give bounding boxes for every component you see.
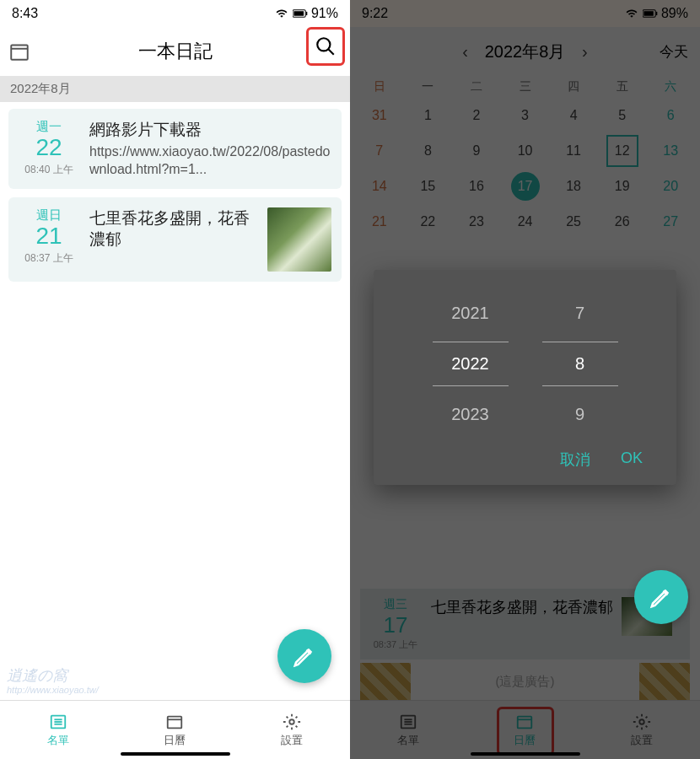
nav-label: 日曆 bbox=[164, 733, 186, 748]
nav-settings[interactable]: 設置 bbox=[234, 701, 350, 759]
watermark-url: http://www.xiaoyao.tw/ bbox=[7, 685, 99, 695]
entry-url: https://www.xiaoyao.tw/2022/08/pastedown… bbox=[89, 143, 331, 179]
list-icon bbox=[47, 713, 69, 731]
calendar-icon bbox=[164, 713, 186, 731]
gear-icon bbox=[281, 713, 303, 731]
month-column[interactable]: 7 8 9 bbox=[542, 304, 618, 424]
entry-day: 21 bbox=[19, 223, 79, 250]
date-picker-dialog: 2021 2022 2023 7 8 9 取消 OK bbox=[374, 270, 676, 485]
nav-label: 名單 bbox=[47, 733, 69, 748]
section-header: 2022年8月 bbox=[0, 76, 350, 102]
phone-right: 9:22 89% ‹ 2022年8月 › 今天 日 一 二 三 四 五 六 bbox=[350, 0, 700, 759]
entry-date: 週日 21 08:37 上午 bbox=[19, 207, 79, 272]
status-icons: 91% bbox=[274, 6, 338, 21]
entry-body: 七里香花多盛開，花香濃郁 bbox=[89, 207, 257, 272]
calendar-icon[interactable] bbox=[8, 40, 30, 62]
bottom-nav: 名單 日曆 設置 bbox=[0, 700, 350, 759]
app-title: 一本日記 bbox=[138, 39, 213, 64]
entry-time: 08:37 上午 bbox=[19, 251, 79, 266]
pencil-icon bbox=[292, 643, 317, 669]
svg-point-8 bbox=[317, 38, 330, 51]
year-selected[interactable]: 2022 bbox=[433, 342, 509, 386]
nav-calendar[interactable]: 日曆 bbox=[116, 701, 233, 759]
appbar: 一本日記 bbox=[0, 27, 350, 76]
home-indicator bbox=[471, 752, 580, 756]
svg-rect-2 bbox=[306, 12, 307, 15]
entry-time: 08:40 上午 bbox=[19, 163, 79, 177]
ok-button[interactable]: OK bbox=[621, 449, 643, 470]
year-option[interactable]: 2021 bbox=[451, 304, 489, 323]
entry[interactable]: 週一 22 08:40 上午 網路影片下載器 https://www.xiaoy… bbox=[8, 109, 342, 189]
year-column[interactable]: 2021 2022 2023 bbox=[433, 304, 509, 424]
wifi-icon bbox=[274, 8, 289, 19]
cancel-button[interactable]: 取消 bbox=[560, 449, 590, 470]
month-option[interactable]: 7 bbox=[575, 304, 584, 323]
svg-rect-3 bbox=[11, 45, 28, 59]
entry-dow: 週日 bbox=[19, 207, 79, 223]
month-option[interactable]: 9 bbox=[575, 405, 584, 424]
statusbar: 8:43 91% bbox=[0, 0, 350, 27]
dialog-actions: 取消 OK bbox=[390, 449, 660, 470]
entry-day: 22 bbox=[19, 135, 79, 161]
battery-pct: 91% bbox=[311, 6, 338, 21]
entry-title: 七里香花多盛開，花香濃郁 bbox=[89, 207, 257, 250]
status-time: 8:43 bbox=[12, 6, 38, 21]
compose-fab[interactable] bbox=[277, 629, 331, 683]
pencil-icon bbox=[649, 584, 674, 610]
compose-fab[interactable] bbox=[634, 570, 688, 624]
entry-dow: 週一 bbox=[19, 119, 79, 135]
entry-title: 網路影片下載器 bbox=[89, 119, 331, 141]
phone-left: 8:43 91% 一本日記 2022年8月 週一 22 08:40 上午 網路影… bbox=[0, 0, 350, 759]
svg-point-16 bbox=[289, 719, 294, 724]
year-option[interactable]: 2023 bbox=[451, 405, 489, 424]
picker: 2021 2022 2023 7 8 9 bbox=[390, 304, 660, 424]
entry-date: 週一 22 08:40 上午 bbox=[19, 119, 79, 179]
svg-rect-14 bbox=[168, 716, 182, 728]
battery-icon bbox=[293, 8, 308, 19]
month-selected[interactable]: 8 bbox=[542, 342, 618, 386]
search-highlight bbox=[306, 27, 345, 66]
watermark-text: 逍遙の窩 bbox=[7, 668, 99, 685]
nav-label: 設置 bbox=[281, 733, 303, 748]
entry[interactable]: 週日 21 08:37 上午 七里香花多盛開，花香濃郁 bbox=[8, 197, 342, 282]
svg-line-9 bbox=[328, 49, 334, 55]
entry-body: 網路影片下載器 https://www.xiaoyao.tw/2022/08/p… bbox=[89, 119, 331, 179]
nav-list[interactable]: 名單 bbox=[0, 701, 116, 759]
search-icon[interactable] bbox=[315, 35, 337, 57]
entry-list: 週一 22 08:40 上午 網路影片下載器 https://www.xiaoy… bbox=[0, 102, 350, 288]
home-indicator bbox=[121, 752, 230, 756]
watermark: 逍遙の窩 http://www.xiaoyao.tw/ bbox=[7, 668, 99, 695]
svg-rect-1 bbox=[293, 11, 304, 16]
entry-thumbnail bbox=[267, 207, 331, 272]
